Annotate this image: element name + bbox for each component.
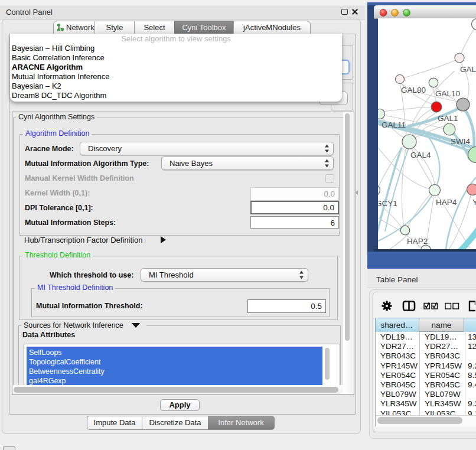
svg-text:Y: Y [472, 198, 476, 207]
svg-text:GAL80: GAL80 [401, 86, 426, 94]
svg-text:GAL4: GAL4 [410, 151, 431, 159]
svg-text:GAL10: GAL10 [435, 89, 460, 98]
svg-text:GAL1: GAL1 [438, 114, 458, 123]
svg-text:SWI4: SWI4 [451, 137, 470, 146]
svg-text:GCY1: GCY1 [378, 199, 397, 208]
svg-text:GAL7: GAL7 [460, 65, 476, 74]
svg-text:HAP4: HAP4 [436, 198, 457, 207]
svg-text:GAL11: GAL11 [382, 120, 406, 129]
svg-text:HAP2: HAP2 [407, 237, 428, 246]
